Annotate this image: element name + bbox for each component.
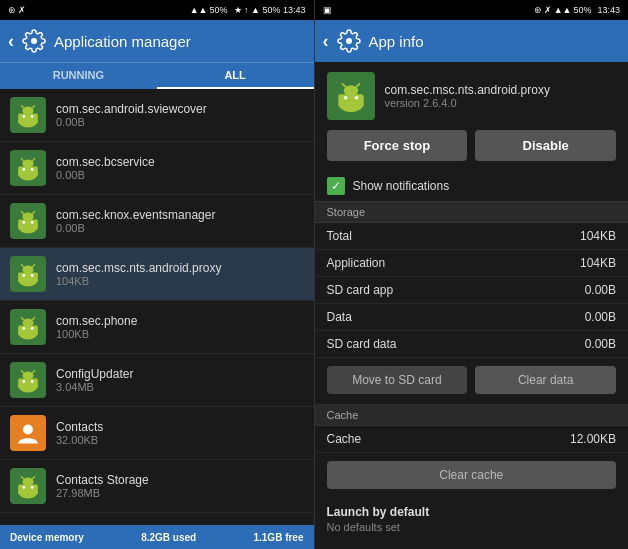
force-stop-button[interactable]: Force stop xyxy=(327,130,468,161)
app-detail: com.sec.msc.nts.android.proxy version 2.… xyxy=(315,62,629,549)
svg-rect-16 xyxy=(18,220,38,230)
storage-sdcard-data-value: 0.00B xyxy=(585,337,616,351)
list-item[interactable]: com.sec.knox.eventsmanager 0.00B xyxy=(0,195,314,248)
left-header: ‹ Application manager xyxy=(0,20,314,62)
status-bar-left: ⊛ ✗ ▲▲ 50% ★ ↑ ▲ 50% 13:43 xyxy=(0,0,314,20)
app-name: Contacts xyxy=(56,420,103,434)
svg-point-46 xyxy=(22,486,25,489)
signal-icon-right: ▲▲ xyxy=(554,5,572,15)
status-time-left: ▲▲ 50% ★ ↑ ▲ 50% 13:43 xyxy=(190,5,306,15)
svg-line-26 xyxy=(21,264,24,267)
svg-point-54 xyxy=(343,96,347,100)
right-header: ‹ App info xyxy=(315,20,629,62)
back-button-right[interactable]: ‹ xyxy=(323,31,329,52)
svg-line-40 xyxy=(21,370,24,373)
clear-cache-button[interactable]: Clear cache xyxy=(327,461,617,489)
svg-point-38 xyxy=(22,380,25,383)
svg-line-5 xyxy=(21,105,24,108)
storage-application-label: Application xyxy=(327,256,386,270)
list-item[interactable]: Contacts Storage 27.98MB xyxy=(0,460,314,513)
clear-data-button[interactable]: Clear data xyxy=(475,366,616,394)
launch-section: Launch by default No defaults set xyxy=(315,497,629,537)
app-icon-android xyxy=(10,468,46,504)
settings-icon-left xyxy=(22,29,46,53)
app-size: 32.00KB xyxy=(56,434,103,446)
svg-point-3 xyxy=(22,115,25,118)
storage-action-buttons: Move to SD card Clear data xyxy=(315,358,629,402)
storage-data-value: 0.00B xyxy=(585,310,616,324)
tab-all[interactable]: ALL xyxy=(157,63,314,89)
clock-left: ★ ↑ ▲ 50% 13:43 xyxy=(234,5,306,15)
launch-header-label: Launch by default xyxy=(327,505,430,519)
svg-line-56 xyxy=(342,83,346,87)
svg-point-0 xyxy=(31,38,37,44)
storage-data-row: Data 0.00B xyxy=(315,304,629,331)
battery-icon-right: 50% xyxy=(573,5,591,15)
list-item[interactable]: com.sec.phone 100KB xyxy=(0,301,314,354)
storage-total-label: Total xyxy=(327,229,352,243)
svg-line-33 xyxy=(21,317,24,320)
bottom-bar: Device memory 8.2GB used 1.1GB free xyxy=(0,525,314,549)
clock-right: 13:43 xyxy=(597,5,620,15)
mute-icon-right: ✗ xyxy=(544,5,552,15)
svg-line-20 xyxy=(32,211,35,214)
storage-sdcard-app-value: 0.00B xyxy=(585,283,616,297)
app-icon-android xyxy=(10,362,46,398)
svg-point-7 xyxy=(22,107,33,115)
list-item[interactable]: com.sec.bcservice 0.00B xyxy=(0,142,314,195)
storage-sdcard-app-label: SD card app xyxy=(327,283,394,297)
app-info: ConfigUpdater 3.04MB xyxy=(56,367,133,393)
svg-point-18 xyxy=(31,221,34,224)
storage-application-row: Application 104KB xyxy=(315,250,629,277)
cache-label: Cache xyxy=(327,409,359,421)
status-icons-right: ▣ xyxy=(323,5,332,15)
app-name: com.sec.android.sviewcover xyxy=(56,102,207,116)
svg-point-21 xyxy=(22,213,33,221)
app-icon-android xyxy=(10,309,46,345)
app-name: Contacts Storage xyxy=(56,473,149,487)
bluetooth-icon-right: ⊛ xyxy=(534,5,542,15)
back-button-left[interactable]: ‹ xyxy=(8,31,14,52)
storage-label: Storage xyxy=(327,206,366,218)
app-size: 0.00B xyxy=(56,116,207,128)
notifications-row[interactable]: ✓ Show notifications xyxy=(315,171,629,201)
svg-rect-30 xyxy=(18,326,38,336)
right-panel: ▣ ⊛ ✗ ▲▲ 50% 13:43 ‹ App info xyxy=(315,0,629,549)
cache-row: Cache 12.00KB xyxy=(315,426,629,453)
notifications-checkbox[interactable]: ✓ xyxy=(327,177,345,195)
storage-total-value: 104KB xyxy=(580,229,616,243)
svg-rect-23 xyxy=(18,273,38,283)
svg-rect-45 xyxy=(18,485,38,495)
bluetooth-icon: ⊛ xyxy=(8,5,16,15)
app-info: com.sec.knox.eventsmanager 0.00B xyxy=(56,208,215,234)
svg-point-43 xyxy=(23,425,33,435)
app-package-name: com.sec.msc.nts.android.proxy xyxy=(385,83,550,97)
list-item[interactable]: com.sec.android.sviewcover 0.00B xyxy=(0,89,314,142)
list-item[interactable]: ConfigUpdater 3.04MB xyxy=(0,354,314,407)
status-bar-right: ▣ ⊛ ✗ ▲▲ 50% 13:43 xyxy=(315,0,629,20)
disable-button[interactable]: Disable xyxy=(475,130,616,161)
list-item[interactable]: Contacts 32.00KB xyxy=(0,407,314,460)
svg-line-57 xyxy=(356,83,360,87)
list-item[interactable]: com.sec.msc.nts.android.proxy 104KB xyxy=(0,248,314,301)
tab-running[interactable]: RUNNING xyxy=(0,63,157,89)
app-manager-tabs: RUNNING ALL xyxy=(0,62,314,89)
svg-point-4 xyxy=(31,115,34,118)
mute-icon: ✗ xyxy=(18,5,26,15)
right-header-title: App info xyxy=(369,33,424,50)
cache-action-buttons: Clear cache xyxy=(315,453,629,497)
notifications-label: Show notifications xyxy=(353,179,450,193)
app-icon-android xyxy=(10,150,46,186)
app-info: com.sec.android.sviewcover 0.00B xyxy=(56,102,207,128)
screenshot-icon: ▣ xyxy=(323,5,332,15)
app-info: Contacts 32.00KB xyxy=(56,420,103,446)
svg-point-25 xyxy=(31,274,34,277)
move-to-sd-button[interactable]: Move to SD card xyxy=(327,366,468,394)
svg-rect-53 xyxy=(338,94,363,107)
left-header-title: Application manager xyxy=(54,33,191,50)
svg-line-41 xyxy=(32,370,35,373)
svg-line-19 xyxy=(21,211,24,214)
contacts-icon xyxy=(10,415,46,451)
svg-point-42 xyxy=(22,372,33,380)
app-name: com.sec.phone xyxy=(56,314,137,328)
